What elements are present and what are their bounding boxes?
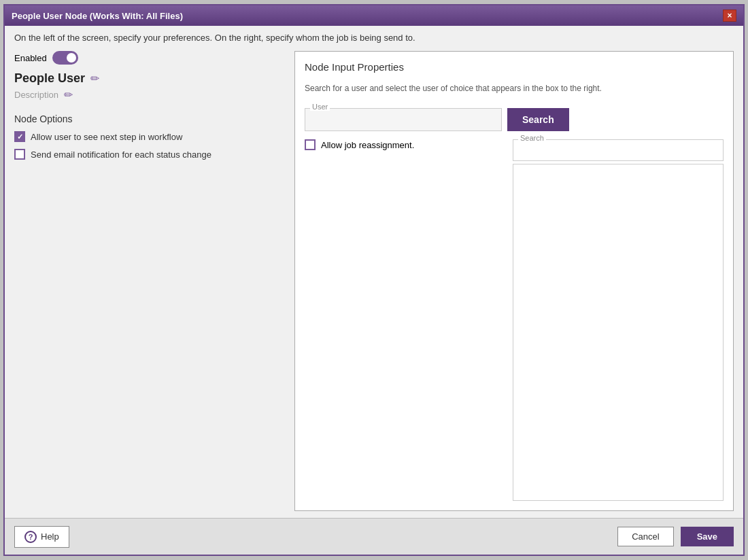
save-button[interactable]: Save	[681, 527, 734, 546]
name-edit-icon[interactable]: ✏	[90, 72, 99, 85]
allow-reassign-row: Allow job reassignment.	[305, 139, 502, 150]
checkbox-email-notification[interactable]	[14, 149, 25, 160]
node-options-title: Node Options	[14, 113, 286, 124]
node-input-title: Node Input Properties	[305, 61, 724, 73]
title-bar: People User Node (Works With: All Files)…	[5, 5, 743, 26]
description-edit-icon[interactable]: ✏	[64, 88, 73, 101]
description-row: Description ✏	[14, 88, 286, 101]
enabled-row: Enabled	[14, 51, 286, 65]
allow-reassign-section: Allow job reassignment.	[305, 139, 502, 501]
people-user-row: People User ✏	[14, 71, 286, 86]
node-options-section: Node Options ✓ Allow user to see next st…	[14, 113, 286, 167]
footer-right: Cancel Save	[617, 527, 734, 546]
search-field-input[interactable]	[513, 139, 724, 161]
dialog-body: On the left of the screen, specify your …	[5, 26, 743, 518]
node-input-description: Search for a user and select the user of…	[305, 84, 724, 93]
allow-reassign-label: Allow job reassignment.	[321, 140, 414, 150]
checkbox-allow-reassign[interactable]	[305, 139, 316, 150]
cancel-button[interactable]: Cancel	[617, 527, 673, 546]
lower-section: Allow job reassignment. Search	[305, 139, 724, 501]
dialog-footer: ? Help Cancel Save	[5, 518, 743, 555]
right-panel: Node Input Properties Search for a user …	[294, 51, 734, 511]
enabled-label: Enabled	[14, 53, 47, 63]
user-input[interactable]	[305, 108, 502, 131]
enabled-toggle[interactable]	[52, 51, 78, 65]
left-panel: Enabled People User ✏ Description ✏ Node…	[14, 51, 286, 511]
help-icon: ?	[24, 531, 37, 543]
top-description: On the left of the screen, specify your …	[14, 33, 734, 43]
help-button[interactable]: ? Help	[14, 526, 69, 548]
people-user-label: People User	[14, 71, 85, 86]
checkmark-1: ✓	[17, 133, 23, 141]
search-results-box	[513, 164, 724, 501]
checkbox-row-2: Send email notification for each status …	[14, 149, 286, 160]
search-field-wrapper: Search	[513, 139, 724, 161]
main-content: Enabled People User ✏ Description ✏ Node…	[14, 51, 734, 511]
search-button[interactable]: Search	[507, 108, 569, 131]
dialog-title: People User Node (Works With: All Files)	[12, 11, 183, 21]
search-results-section: Search	[513, 139, 724, 501]
user-input-label: User	[310, 103, 330, 111]
checkbox-row-1: ✓ Allow user to see next step in workflo…	[14, 131, 286, 142]
help-label: Help	[41, 531, 59, 542]
search-field-label: Search	[518, 134, 546, 142]
checkbox-label-1: Allow user to see next step in workflow	[31, 132, 182, 142]
checkbox-see-next-step[interactable]: ✓	[14, 131, 25, 142]
user-search-row: User Search	[305, 108, 724, 131]
checkbox-label-2: Send email notification for each status …	[31, 150, 211, 160]
main-dialog: People User Node (Works With: All Files)…	[3, 4, 745, 556]
close-button[interactable]: ×	[723, 10, 736, 22]
user-input-wrapper: User	[305, 108, 502, 131]
description-label: Description	[14, 90, 58, 100]
